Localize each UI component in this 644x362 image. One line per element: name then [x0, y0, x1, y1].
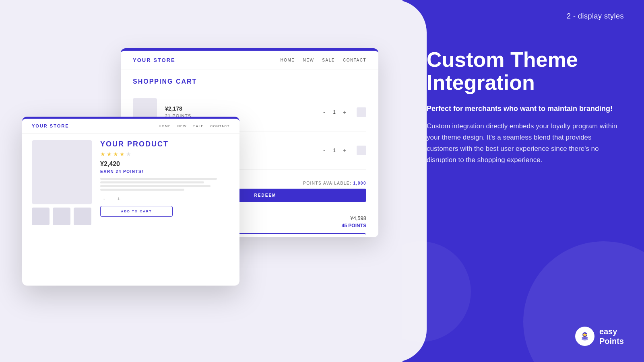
desc-line-3	[100, 185, 211, 187]
subtotal-value: ¥4,598	[350, 215, 366, 221]
product-earn-points: EARN 24 POINTS!	[100, 169, 230, 174]
logo-svg	[579, 331, 590, 342]
cart-store-name: YOUR STORE	[133, 57, 175, 63]
curve-divider	[402, 0, 427, 362]
cart-item-1-price: ¥2,178	[165, 105, 312, 112]
desc-line-4	[100, 189, 184, 191]
display-styles-label: 2 - display styles	[567, 12, 624, 21]
points-available-text: POINTS AVAILABLE:	[303, 181, 351, 185]
star-1: ★	[100, 151, 105, 157]
main-title: Custom Theme Integration	[427, 48, 624, 94]
earn-value: 45 POINTS	[342, 223, 366, 228]
cart-delete-icon-1	[357, 107, 366, 117]
product-qty-plus[interactable]: +	[115, 195, 123, 202]
description-text: Custom integration directly embeds your …	[427, 121, 624, 166]
points-available-value: 1,000	[353, 181, 366, 185]
easy-points-logo: easy Points	[575, 327, 624, 346]
left-panel: YOUR STORE HOME NEW SALE CONTACT SHOPPIN…	[0, 0, 402, 362]
product-thumb-1	[32, 208, 50, 225]
cart-nav-contact: CONTACT	[343, 58, 366, 62]
cart-item-2-plus[interactable]: +	[341, 147, 349, 154]
cart-item-1-plus[interactable]: +	[341, 109, 349, 115]
product-nav-new: NEW	[178, 124, 187, 128]
add-to-cart-button[interactable]: ADD TO CART	[100, 206, 173, 217]
cart-nav-sale: SALE	[322, 58, 335, 62]
cart-item-2-qty: - 1 +	[320, 147, 349, 154]
product-nav-sale: SALE	[193, 124, 204, 128]
cart-nav-new: NEW	[303, 58, 314, 62]
star-3: ★	[113, 151, 118, 157]
product-nav: YOUR STORE HOME NEW SALE CONTACT	[22, 119, 239, 134]
svg-point-2	[582, 339, 588, 341]
product-store-name: YOUR STORE	[32, 123, 69, 128]
product-main-image	[32, 140, 92, 204]
product-stars: ★ ★ ★ ★ ★	[100, 151, 230, 157]
logo-icon	[575, 327, 594, 346]
product-images	[32, 140, 92, 225]
product-nav-home: HOME	[159, 124, 171, 128]
star-5: ★	[126, 151, 131, 157]
right-content: Custom Theme Integration Perfect for mer…	[427, 48, 624, 166]
product-nav-links: HOME NEW SALE CONTACT	[159, 124, 230, 128]
product-mockup-screen: YOUR STORE HOME NEW SALE CONTACT YOUR PR…	[22, 117, 239, 286]
product-qty-row: - +	[100, 195, 230, 202]
desc-line-1	[100, 178, 217, 180]
cart-title: SHOPPING CART	[133, 78, 366, 85]
cart-item-1-qty: - 1 +	[320, 109, 349, 115]
product-details: YOUR PRODUCT ★ ★ ★ ★ ★ ¥2,420 EARN 24 PO…	[100, 140, 230, 225]
cart-item-2-val: 1	[333, 148, 336, 153]
product-thumb-row	[32, 208, 92, 225]
star-4: ★	[120, 151, 125, 157]
cart-nav: YOUR STORE HOME NEW SALE CONTACT	[121, 51, 378, 70]
cart-delete-icon-2	[357, 146, 366, 155]
product-content: YOUR PRODUCT ★ ★ ★ ★ ★ ¥2,420 EARN 24 PO…	[22, 134, 239, 232]
logo-line2: Points	[599, 336, 624, 346]
right-panel: 2 - display styles Custom Theme Integrat…	[402, 0, 644, 362]
logo-line1: easy	[599, 327, 624, 336]
product-title: YOUR PRODUCT	[100, 140, 230, 148]
star-2: ★	[107, 151, 112, 157]
cart-item-2-minus[interactable]: -	[320, 147, 328, 154]
product-nav-contact: CONTACT	[210, 124, 230, 128]
product-price: ¥2,420	[100, 160, 230, 168]
subtitle-text: Perfect for merchants who want to mainta…	[427, 104, 624, 114]
logo-text: easy Points	[599, 327, 624, 346]
product-description-lines	[100, 178, 230, 191]
product-thumb-2	[53, 208, 70, 225]
cart-nav-home: HOME	[280, 58, 295, 62]
cart-item-1-val: 1	[333, 109, 336, 115]
desc-line-2	[100, 181, 204, 183]
cart-nav-links: HOME NEW SALE CONTACT	[280, 58, 366, 62]
cart-item-1-minus[interactable]: -	[320, 109, 328, 115]
product-thumb-3	[74, 208, 91, 225]
product-qty-minus[interactable]: -	[100, 195, 108, 202]
